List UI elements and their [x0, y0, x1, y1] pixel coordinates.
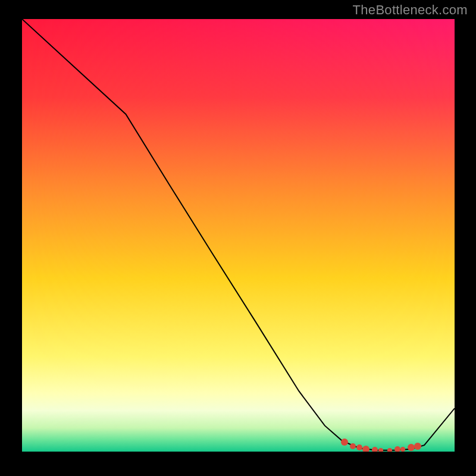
chart-frame: TheBottleneck.com — [0, 0, 476, 476]
optimal-marker — [414, 443, 421, 450]
optimal-marker — [350, 443, 356, 449]
chart-line — [22, 19, 455, 452]
optimal-marker — [341, 439, 348, 446]
plot-area — [22, 19, 455, 452]
optimal-marker — [394, 446, 400, 452]
watermark-text: TheBottleneck.com — [353, 2, 468, 18]
optimal-marker — [378, 448, 383, 452]
optimal-marker — [362, 446, 369, 452]
optimal-marker — [387, 448, 392, 452]
optimal-marker — [372, 447, 378, 452]
optimal-marker — [356, 444, 362, 450]
optimal-marker — [400, 447, 405, 452]
